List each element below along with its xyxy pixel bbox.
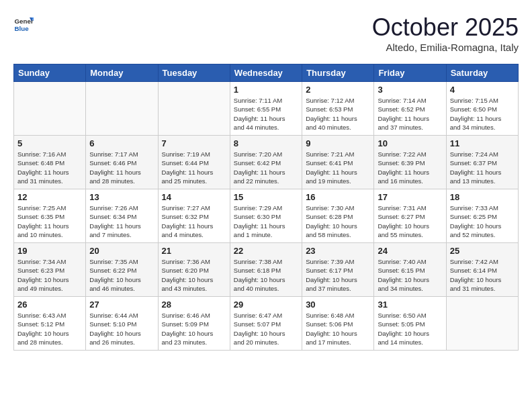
day-cell: 11Sunrise: 7:24 AM Sunset: 6:37 PM Dayli… [446,136,518,189]
day-number: 2 [306,85,370,95]
day-info: Sunrise: 7:42 AM Sunset: 6:14 PM Dayligh… [450,257,515,293]
day-cell: 28Sunrise: 6:46 AM Sunset: 5:09 PM Dayli… [158,297,230,351]
day-number: 3 [378,85,442,95]
logo-icon: General Blue [13,13,34,34]
day-info: Sunrise: 7:16 AM Sunset: 6:48 PM Dayligh… [17,150,82,185]
column-header-friday: Friday [374,64,446,82]
day-info: Sunrise: 6:43 AM Sunset: 5:12 PM Dayligh… [17,311,82,347]
day-cell: 7Sunrise: 7:19 AM Sunset: 6:44 PM Daylig… [158,136,230,189]
day-number: 11 [450,138,515,148]
logo: General Blue [13,13,34,34]
day-number: 25 [450,246,515,256]
day-cell: 16Sunrise: 7:30 AM Sunset: 6:28 PM Dayli… [302,189,374,243]
day-info: Sunrise: 7:14 AM Sunset: 6:52 PM Dayligh… [378,96,442,132]
day-info: Sunrise: 7:22 AM Sunset: 6:39 PM Dayligh… [378,150,442,185]
day-cell: 31Sunrise: 6:50 AM Sunset: 5:05 PM Dayli… [374,297,446,351]
day-info: Sunrise: 7:33 AM Sunset: 6:25 PM Dayligh… [450,203,515,239]
day-info: Sunrise: 7:20 AM Sunset: 6:42 PM Dayligh… [234,150,298,185]
day-cell: 2Sunrise: 7:12 AM Sunset: 6:53 PM Daylig… [302,82,374,136]
day-info: Sunrise: 7:34 AM Sunset: 6:23 PM Dayligh… [17,257,82,293]
day-number: 8 [234,138,298,148]
day-info: Sunrise: 6:50 AM Sunset: 5:05 PM Dayligh… [378,311,442,347]
location: Altedo, Emilia-Romagna, Italy [372,42,519,53]
day-info: Sunrise: 7:38 AM Sunset: 6:18 PM Dayligh… [234,257,298,293]
day-info: Sunrise: 7:36 AM Sunset: 6:20 PM Dayligh… [162,257,226,293]
day-info: Sunrise: 7:30 AM Sunset: 6:28 PM Dayligh… [306,203,370,239]
day-cell: 13Sunrise: 7:26 AM Sunset: 6:34 PM Dayli… [86,189,158,243]
day-cell: 29Sunrise: 6:47 AM Sunset: 5:07 PM Dayli… [230,297,302,351]
day-cell: 14Sunrise: 7:27 AM Sunset: 6:32 PM Dayli… [158,189,230,243]
day-number: 23 [306,246,370,256]
day-info: Sunrise: 7:24 AM Sunset: 6:37 PM Dayligh… [450,150,515,185]
day-number: 10 [378,138,442,148]
day-number: 19 [17,246,82,256]
column-header-thursday: Thursday [302,64,374,82]
day-cell: 21Sunrise: 7:36 AM Sunset: 6:20 PM Dayli… [158,243,230,297]
week-row-2: 5Sunrise: 7:16 AM Sunset: 6:48 PM Daylig… [14,136,519,189]
day-cell: 12Sunrise: 7:25 AM Sunset: 6:35 PM Dayli… [14,189,86,243]
day-cell: 3Sunrise: 7:14 AM Sunset: 6:52 PM Daylig… [374,82,446,136]
day-cell [86,82,158,136]
day-number: 29 [234,300,298,310]
day-number: 28 [162,300,226,310]
day-info: Sunrise: 7:19 AM Sunset: 6:44 PM Dayligh… [162,150,226,185]
day-number: 17 [378,192,442,202]
day-info: Sunrise: 7:27 AM Sunset: 6:32 PM Dayligh… [162,203,226,239]
week-row-5: 26Sunrise: 6:43 AM Sunset: 5:12 PM Dayli… [14,297,519,351]
column-header-tuesday: Tuesday [158,64,230,82]
day-info: Sunrise: 7:15 AM Sunset: 6:50 PM Dayligh… [450,96,515,132]
day-cell: 26Sunrise: 6:43 AM Sunset: 5:12 PM Dayli… [14,297,86,351]
day-number: 30 [306,300,370,310]
page-header: General Blue October 2025 Altedo, Emilia… [13,13,519,53]
day-cell: 5Sunrise: 7:16 AM Sunset: 6:48 PM Daylig… [14,136,86,189]
day-info: Sunrise: 7:21 AM Sunset: 6:41 PM Dayligh… [306,150,370,185]
day-number: 20 [89,246,154,256]
day-info: Sunrise: 6:46 AM Sunset: 5:09 PM Dayligh… [162,311,226,347]
column-header-saturday: Saturday [446,64,518,82]
day-cell: 20Sunrise: 7:35 AM Sunset: 6:22 PM Dayli… [86,243,158,297]
day-number: 16 [306,192,370,202]
day-info: Sunrise: 7:25 AM Sunset: 6:35 PM Dayligh… [17,203,82,239]
day-info: Sunrise: 7:40 AM Sunset: 6:15 PM Dayligh… [378,257,442,293]
day-cell: 30Sunrise: 6:48 AM Sunset: 5:06 PM Dayli… [302,297,374,351]
day-info: Sunrise: 7:12 AM Sunset: 6:53 PM Dayligh… [306,96,370,132]
day-cell [446,297,518,351]
day-cell: 17Sunrise: 7:31 AM Sunset: 6:27 PM Dayli… [374,189,446,243]
day-cell: 1Sunrise: 7:11 AM Sunset: 6:55 PM Daylig… [230,82,302,136]
day-number: 14 [162,192,226,202]
day-number: 12 [17,192,82,202]
day-number: 26 [17,300,82,310]
day-cell: 10Sunrise: 7:22 AM Sunset: 6:39 PM Dayli… [374,136,446,189]
day-cell: 25Sunrise: 7:42 AM Sunset: 6:14 PM Dayli… [446,243,518,297]
day-number: 21 [162,246,226,256]
day-cell: 24Sunrise: 7:40 AM Sunset: 6:15 PM Dayli… [374,243,446,297]
month-title: October 2025 [372,13,519,42]
day-number: 22 [234,246,298,256]
day-info: Sunrise: 7:11 AM Sunset: 6:55 PM Dayligh… [234,96,298,132]
title-block: October 2025 Altedo, Emilia-Romagna, Ita… [372,13,519,53]
day-info: Sunrise: 7:35 AM Sunset: 6:22 PM Dayligh… [89,257,154,293]
day-cell: 18Sunrise: 7:33 AM Sunset: 6:25 PM Dayli… [446,189,518,243]
svg-text:Blue: Blue [15,25,30,32]
day-number: 4 [450,85,515,95]
column-header-wednesday: Wednesday [230,64,302,82]
day-cell: 9Sunrise: 7:21 AM Sunset: 6:41 PM Daylig… [302,136,374,189]
week-row-1: 1Sunrise: 7:11 AM Sunset: 6:55 PM Daylig… [14,82,519,136]
day-cell: 4Sunrise: 7:15 AM Sunset: 6:50 PM Daylig… [446,82,518,136]
day-info: Sunrise: 7:31 AM Sunset: 6:27 PM Dayligh… [378,203,442,239]
day-info: Sunrise: 6:44 AM Sunset: 5:10 PM Dayligh… [89,311,154,347]
day-cell [158,82,230,136]
day-cell: 23Sunrise: 7:39 AM Sunset: 6:17 PM Dayli… [302,243,374,297]
column-header-sunday: Sunday [14,64,86,82]
day-info: Sunrise: 7:29 AM Sunset: 6:30 PM Dayligh… [234,203,298,239]
calendar-header-row: SundayMondayTuesdayWednesdayThursdayFrid… [14,64,519,82]
day-info: Sunrise: 6:48 AM Sunset: 5:06 PM Dayligh… [306,311,370,347]
day-cell: 27Sunrise: 6:44 AM Sunset: 5:10 PM Dayli… [86,297,158,351]
day-number: 31 [378,300,442,310]
day-number: 18 [450,192,515,202]
day-number: 13 [89,192,154,202]
day-cell [14,82,86,136]
day-cell: 22Sunrise: 7:38 AM Sunset: 6:18 PM Dayli… [230,243,302,297]
day-number: 15 [234,192,298,202]
week-row-3: 12Sunrise: 7:25 AM Sunset: 6:35 PM Dayli… [14,189,519,243]
